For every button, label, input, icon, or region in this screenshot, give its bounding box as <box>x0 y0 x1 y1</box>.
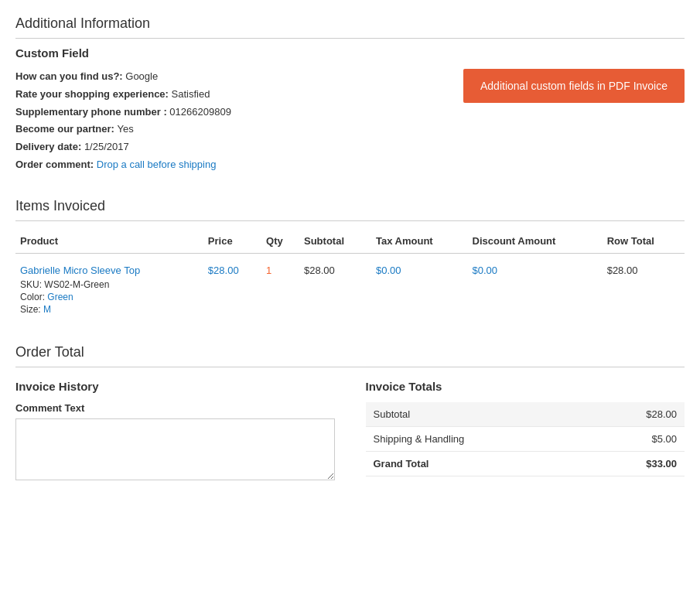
totals-table: Subtotal$28.00Shipping & Handling$5.00Gr… <box>366 402 685 476</box>
items-invoiced-title: Items Invoiced <box>15 198 685 221</box>
custom-field-label: Rate your shopping experience: <box>15 88 172 100</box>
attribute-text: Color: Green <box>20 292 199 302</box>
product-cell: Gabrielle Micro Sleeve TopSKU: WS02-M-Gr… <box>15 253 203 321</box>
row-total-cell: $28.00 <box>603 253 685 321</box>
price-cell: $28.00 <box>203 253 261 321</box>
totals-row: Subtotal$28.00 <box>366 402 685 427</box>
invoice-totals-section: Invoice Totals Subtotal$28.00Shipping & … <box>366 380 685 483</box>
custom-field-title: Custom Field <box>15 46 685 60</box>
attribute-value: M <box>43 304 51 315</box>
invoice-history-section: Invoice History Comment Text <box>15 380 335 483</box>
bottom-grid: Invoice History Comment Text Invoice Tot… <box>15 380 685 483</box>
qty-cell: 1 <box>261 253 299 321</box>
totals-table-body: Subtotal$28.00Shipping & Handling$5.00Gr… <box>366 402 685 476</box>
custom-field-value: 1/25/2017 <box>84 141 129 152</box>
product-link[interactable]: Gabrielle Micro Sleeve Top <box>20 265 140 276</box>
items-table-header: ProductPriceQtySubtotalTax AmountDiscoun… <box>15 229 685 254</box>
custom-field-label: Delivery date: <box>15 141 84 152</box>
additional-info-title: Additional Information <box>15 15 685 39</box>
custom-field-label: How can you find us?: <box>15 70 125 82</box>
order-total-section: Order Total Invoice History Comment Text… <box>15 344 685 483</box>
pdf-invoice-button[interactable]: Additional custom fields in PDF Invoice <box>463 69 685 103</box>
sku-text: SKU: WS02-M-Green <box>20 279 199 290</box>
attribute-text: Size: M <box>20 304 199 315</box>
totals-row: Shipping & Handling$5.00 <box>366 426 685 451</box>
custom-field-value: Satisfied <box>172 88 210 100</box>
custom-field-value: Drop a call before shipping <box>97 159 217 170</box>
custom-field-value: 01266209809 <box>169 106 231 118</box>
custom-field-label: Become our partner: <box>15 123 117 135</box>
comment-text-label: Comment Text <box>15 402 335 414</box>
column-header: Row Total <box>603 229 685 254</box>
comment-textarea[interactable] <box>15 418 335 480</box>
total-label: Subtotal <box>366 402 589 427</box>
column-header: Price <box>203 229 261 254</box>
column-header: Product <box>15 229 203 254</box>
column-header: Subtotal <box>299 229 371 254</box>
invoice-totals-title: Invoice Totals <box>366 380 685 393</box>
items-table: ProductPriceQtySubtotalTax AmountDiscoun… <box>15 229 685 321</box>
total-label: Shipping & Handling <box>366 426 589 451</box>
total-label: Grand Total <box>366 451 589 476</box>
items-table-body: Gabrielle Micro Sleeve TopSKU: WS02-M-Gr… <box>15 253 685 321</box>
column-header: Qty <box>261 229 299 254</box>
custom-field-value: Google <box>125 70 158 82</box>
total-amount: $5.00 <box>588 426 685 451</box>
discount-amount-cell: $0.00 <box>468 253 603 321</box>
total-amount: $33.00 <box>588 451 685 476</box>
total-amount: $28.00 <box>588 402 685 427</box>
totals-row: Grand Total$33.00 <box>366 451 685 476</box>
custom-field-label: Order comment: <box>15 159 97 170</box>
additional-information-section: Additional Information Custom Field How … <box>15 15 685 175</box>
custom-field-label: Supplementary phone number : <box>15 106 169 118</box>
custom-field-list: How can you find us?: GoogleRate your sh… <box>15 69 448 175</box>
items-invoiced-section: Items Invoiced ProductPriceQtySubtotalTa… <box>15 198 685 321</box>
custom-field-section: How can you find us?: GoogleRate your sh… <box>15 69 685 175</box>
order-total-title: Order Total <box>15 344 685 367</box>
column-header: Tax Amount <box>371 229 468 254</box>
attribute-value: Green <box>47 292 73 302</box>
custom-field-value: Yes <box>117 123 133 135</box>
invoice-history-title: Invoice History <box>15 380 335 393</box>
column-header: Discount Amount <box>468 229 603 254</box>
tax-amount-cell: $0.00 <box>371 253 468 321</box>
table-row: Gabrielle Micro Sleeve TopSKU: WS02-M-Gr… <box>15 253 685 321</box>
subtotal-cell: $28.00 <box>299 253 371 321</box>
